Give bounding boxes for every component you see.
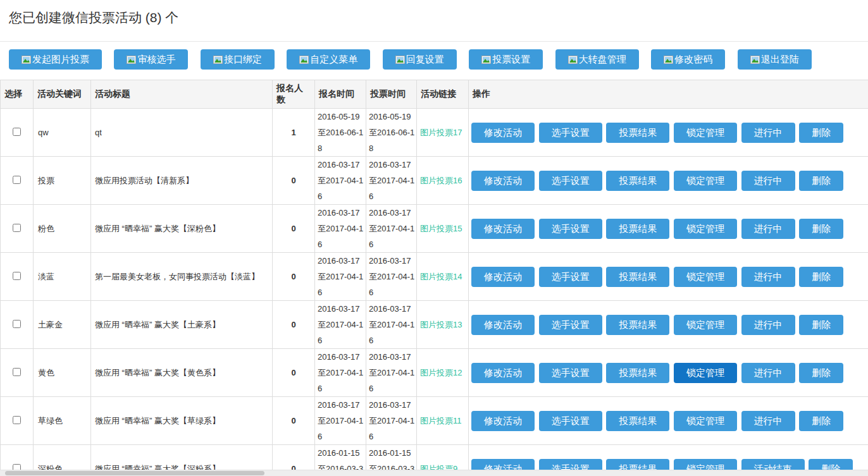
signup-count: 0 — [273, 349, 315, 397]
vote-result-button[interactable]: 投票结果 — [606, 411, 669, 431]
activity-link[interactable]: 图片投票16 — [420, 176, 462, 185]
activity-keyword: 粉色 — [34, 205, 91, 253]
lock-manage-button[interactable]: 锁定管理 — [674, 219, 737, 239]
delete-button[interactable]: 删除 — [799, 219, 843, 239]
header-title: 活动标题 — [91, 80, 273, 109]
status-button[interactable]: 进行中 — [741, 267, 795, 287]
activity-keyword: 土豪金 — [34, 301, 91, 349]
vote-time: 2016-03-17 至2017-04-16 — [366, 205, 417, 253]
vote-result-button[interactable]: 投票结果 — [606, 123, 669, 143]
status-button[interactable]: 进行中 — [741, 123, 795, 143]
edit-activity-button[interactable]: 修改活动 — [471, 219, 535, 239]
vote-result-button[interactable]: 投票结果 — [606, 267, 669, 287]
lock-manage-button[interactable]: 锁定管理 — [674, 267, 737, 287]
status-button[interactable]: 进行中 — [741, 315, 795, 335]
toolbar-button-label: 发起图片投票 — [32, 54, 89, 64]
row-checkbox[interactable] — [13, 416, 21, 424]
edit-activity-button[interactable]: 修改活动 — [471, 123, 535, 143]
signup-time: 2016-03-17 至2017-04-16 — [315, 157, 366, 205]
player-settings-button[interactable]: 选手设置 — [539, 267, 602, 287]
horizontal-scrollbar-thumb[interactable] — [5, 471, 264, 475]
row-checkbox[interactable] — [13, 224, 21, 232]
lock-manage-button[interactable]: 锁定管理 — [674, 411, 737, 431]
delete-button[interactable]: 删除 — [799, 363, 843, 383]
vote-time: 2016-03-17 至2017-04-16 — [366, 157, 417, 205]
signup-count: 0 — [273, 397, 315, 445]
toolbar-button-label: 接口绑定 — [224, 54, 262, 64]
status-button[interactable]: 进行中 — [741, 363, 795, 383]
toolbar-button-label: 投票设置 — [492, 54, 530, 64]
activity-link[interactable]: 图片投票11 — [420, 416, 462, 425]
status-button[interactable]: 进行中 — [741, 411, 795, 431]
edit-activity-button[interactable]: 修改活动 — [471, 171, 535, 191]
row-checkbox[interactable] — [13, 368, 21, 376]
edit-activity-button[interactable]: 修改活动 — [471, 267, 535, 287]
picture-icon — [395, 56, 405, 64]
toolbar-button[interactable]: 投票设置 — [469, 49, 543, 70]
signup-time: 2016-03-17 至2017-04-16 — [315, 253, 366, 301]
player-settings-button[interactable]: 选手设置 — [539, 219, 602, 239]
edit-activity-button[interactable]: 修改活动 — [471, 411, 535, 431]
header-count: 报名人数 — [273, 80, 315, 109]
activity-keyword: 黄色 — [34, 349, 91, 397]
activity-link[interactable]: 图片投票13 — [420, 320, 462, 329]
edit-activity-button[interactable]: 修改活动 — [471, 363, 535, 383]
toolbar-button-label: 自定义菜单 — [310, 54, 357, 64]
toolbar-button[interactable]: 自定义菜单 — [287, 49, 370, 70]
activity-link[interactable]: 图片投票14 — [420, 272, 462, 281]
table-header-row: 选择 活动关键词 活动标题 报名人数 报名时间 投票时间 活动链接 操作 — [1, 80, 868, 109]
activity-link[interactable]: 图片投票15 — [420, 224, 462, 233]
status-button[interactable]: 进行中 — [741, 171, 795, 191]
horizontal-scrollbar[interactable] — [0, 470, 868, 476]
row-checkbox[interactable] — [13, 128, 21, 136]
header-actions: 操作 — [469, 80, 868, 109]
toolbar-button[interactable]: 接口绑定 — [201, 49, 275, 70]
picture-icon — [568, 56, 578, 64]
vote-time: 2016-03-17 至2017-04-16 — [366, 349, 417, 397]
toolbar-button[interactable]: 退出登陆 — [738, 49, 812, 70]
vote-time: 2016-03-17 至2017-04-16 — [366, 397, 417, 445]
delete-button[interactable]: 删除 — [799, 171, 843, 191]
toolbar-button[interactable]: 大转盘管理 — [555, 49, 639, 70]
row-checkbox[interactable] — [13, 176, 21, 184]
player-settings-button[interactable]: 选手设置 — [539, 123, 602, 143]
page-header: 您已创建微信投票活动 (8) 个 — [0, 0, 868, 42]
picture-icon — [22, 56, 31, 64]
activity-keyword: 草绿色 — [34, 397, 91, 445]
toolbar-button-label: 退出登陆 — [761, 54, 799, 64]
player-settings-button[interactable]: 选手设置 — [539, 363, 602, 383]
vote-result-button[interactable]: 投票结果 — [606, 315, 669, 335]
activity-title: 微应用投票活动【清新系】 — [91, 157, 273, 205]
delete-button[interactable]: 删除 — [799, 315, 843, 335]
activity-link[interactable]: 图片投票12 — [420, 368, 462, 377]
toolbar-button[interactable]: 修改密码 — [651, 49, 725, 70]
vote-result-button[interactable]: 投票结果 — [606, 171, 669, 191]
lock-manage-button[interactable]: 锁定管理 — [674, 315, 737, 335]
delete-button[interactable]: 删除 — [799, 267, 843, 287]
vote-result-button[interactable]: 投票结果 — [606, 219, 669, 239]
activity-link[interactable]: 图片投票17 — [420, 128, 462, 137]
row-checkbox[interactable] — [13, 320, 21, 328]
lock-manage-button[interactable]: 锁定管理 — [674, 363, 737, 383]
edit-activity-button[interactable]: 修改活动 — [471, 315, 535, 335]
delete-button[interactable]: 删除 — [799, 123, 843, 143]
player-settings-button[interactable]: 选手设置 — [539, 315, 602, 335]
delete-button[interactable]: 删除 — [799, 411, 843, 431]
toolbar-button[interactable]: 回复设置 — [383, 49, 457, 70]
lock-manage-button[interactable]: 锁定管理 — [674, 171, 737, 191]
signup-time: 2016-03-17 至2017-04-16 — [315, 349, 366, 397]
picture-icon — [664, 56, 673, 64]
vote-result-button[interactable]: 投票结果 — [606, 363, 669, 383]
toolbar-button[interactable]: 发起图片投票 — [9, 49, 102, 70]
toolbar-button-label: 审核选手 — [137, 54, 175, 64]
toolbar-button[interactable]: 审核选手 — [114, 49, 188, 70]
table-row: 投票 微应用投票活动【清新系】 0 2016-03-17 至2017-04-16… — [1, 157, 868, 205]
table-row: 粉色 微应用 “晒幸福” 赢大奖【深粉色】 0 2016-03-17 至2017… — [1, 205, 868, 253]
row-checkbox[interactable] — [13, 272, 21, 280]
status-button[interactable]: 进行中 — [741, 219, 795, 239]
lock-manage-button[interactable]: 锁定管理 — [674, 123, 737, 143]
player-settings-button[interactable]: 选手设置 — [539, 171, 602, 191]
signup-count: 0 — [273, 253, 315, 301]
vote-time: 2016-05-19 至2016-06-18 — [366, 109, 417, 157]
player-settings-button[interactable]: 选手设置 — [539, 411, 602, 431]
